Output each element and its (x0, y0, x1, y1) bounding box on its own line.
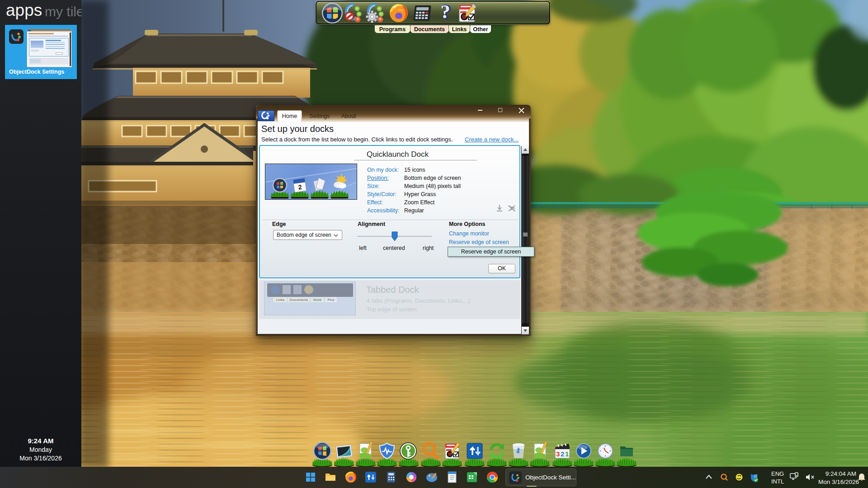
svg-text:INTL: INTL (771, 478, 784, 485)
svg-text:9:24:04 AM: 9:24:04 AM (826, 470, 856, 477)
svg-text:3: 3 (556, 450, 560, 458)
svg-text:79°F: 79°F (336, 184, 345, 188)
svg-text:ENG: ENG (771, 470, 784, 477)
svg-text:1: 1 (565, 450, 569, 458)
svg-text:Mon 3/16/2026: Mon 3/16/2026 (818, 479, 859, 485)
svg-text:2: 2 (561, 450, 564, 458)
svg-text:?: ? (441, 1, 450, 22)
